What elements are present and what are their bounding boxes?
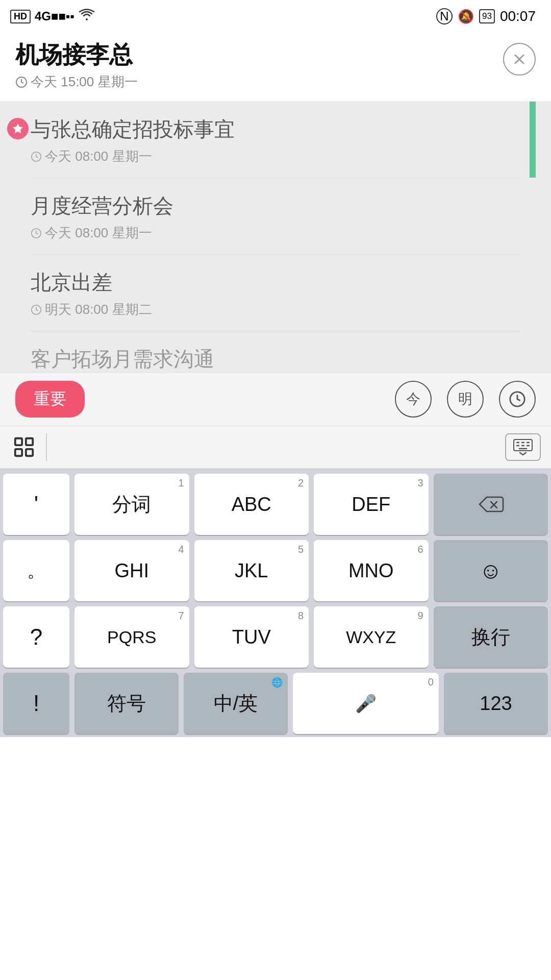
battery-icon: 93 xyxy=(479,9,495,23)
key-space[interactable]: 0 🎤 xyxy=(293,673,439,734)
keyboard: ' 1 分词 2 ABC 3 DEF 。 4 GHI xyxy=(0,469,551,737)
close-button[interactable] xyxy=(503,43,536,76)
task-item-title: 客户拓场月需求沟通 xyxy=(31,346,520,372)
globe-icon: 🌐 xyxy=(271,677,283,688)
key-3-def[interactable]: 3 DEF xyxy=(314,474,429,535)
task-item-title: 与张总确定招投标事宜 xyxy=(31,116,520,142)
today-button[interactable]: 今 xyxy=(395,381,432,418)
nfc-icon: N xyxy=(436,8,453,24)
hd-label: HD xyxy=(10,10,31,23)
key-7-pqrs[interactable]: 7 PQRS xyxy=(74,606,189,668)
task-item-title: 北京出差 xyxy=(31,269,520,296)
key-5-jkl[interactable]: 5 JKL xyxy=(194,540,309,601)
wifi-icon xyxy=(79,8,95,25)
key-period[interactable]: 。 xyxy=(3,540,69,601)
svg-rect-8 xyxy=(26,438,33,445)
lang-label: 中/英 xyxy=(214,694,258,713)
svg-rect-7 xyxy=(15,438,22,445)
input-bar xyxy=(0,426,551,469)
current-task-title: 机场接李总 xyxy=(15,41,138,69)
svg-rect-10 xyxy=(26,449,33,456)
num-label: 123 xyxy=(480,694,512,713)
keyboard-row-2: 。 4 GHI 5 JKL 6 MNO ☺ xyxy=(3,540,548,601)
emoji-icon: ☺ xyxy=(479,558,502,583)
tomorrow-button[interactable]: 明 xyxy=(447,381,484,418)
key-lang-btn[interactable]: 🌐 中/英 xyxy=(184,673,288,734)
status-left: HD 4G■■▪▪ xyxy=(10,8,95,25)
grid-icon[interactable] xyxy=(10,433,38,461)
mute-icon: 🔕 xyxy=(458,9,474,24)
return-label: 换行 xyxy=(471,627,510,647)
key-comma[interactable]: ' xyxy=(3,474,69,535)
bottom-action-bar: 重要 今 明 xyxy=(0,372,551,426)
symbol-label: 符号 xyxy=(107,694,146,713)
key-question[interactable]: ? xyxy=(3,606,69,668)
key-123[interactable]: 123 xyxy=(444,673,548,734)
keyboard-row-3: ? 7 PQRS 8 TUV 9 WXYZ 换行 xyxy=(3,606,548,668)
text-input[interactable] xyxy=(55,433,497,461)
key-return[interactable]: 换行 xyxy=(434,606,548,668)
key-label: ! xyxy=(33,691,39,716)
key-label: 。 xyxy=(27,558,45,583)
signal-strength: 4G■■▪▪ xyxy=(35,9,74,23)
star-badge xyxy=(7,118,29,139)
important-button[interactable]: 重要 xyxy=(15,381,85,418)
key-label: ' xyxy=(34,492,38,517)
key-2-abc[interactable]: 2 ABC xyxy=(194,474,309,535)
key-8-tuv[interactable]: 8 TUV xyxy=(194,606,309,668)
green-bar xyxy=(530,102,536,178)
current-task-time: 今天 15:00 星期一 xyxy=(15,73,138,91)
keyboard-row-4: ! 符号 🌐 中/英 0 🎤 123 xyxy=(3,673,548,734)
divider xyxy=(46,433,47,461)
task-list-container: 与张总确定招投标事宜 今天 08:00 星期一 月度经营分析会 今天 08:00… xyxy=(0,102,551,372)
svg-rect-9 xyxy=(15,449,22,456)
keyboard-hide-button[interactable] xyxy=(505,433,541,461)
key-symbol-btn[interactable]: 符号 xyxy=(74,673,179,734)
key-1-fenci[interactable]: 1 分词 xyxy=(74,474,189,535)
task-item-title: 月度经营分析会 xyxy=(31,192,520,219)
task-item-time: 今天 08:00 星期一 xyxy=(31,148,520,165)
key-6-mno[interactable]: 6 MNO xyxy=(314,540,429,601)
mic-icon: 🎤 xyxy=(355,693,377,714)
task-item-time: 明天 08:00 星期二 xyxy=(31,301,520,318)
current-task-header: 机场接李总 今天 15:00 星期一 xyxy=(0,31,551,102)
status-right: N 🔕 93 00:07 xyxy=(436,8,536,24)
task-item[interactable]: 客户拓场月需求沟通 xyxy=(31,331,520,372)
key-delete[interactable] xyxy=(434,474,548,535)
key-label: ? xyxy=(30,624,42,650)
clock-time: 00:07 xyxy=(500,8,536,24)
key-emoji[interactable]: ☺ xyxy=(434,540,548,601)
task-item[interactable]: 与张总确定招投标事宜 今天 08:00 星期一 xyxy=(31,102,520,178)
task-item[interactable]: 北京出差 明天 08:00 星期二 xyxy=(31,255,520,331)
task-item[interactable]: 月度经营分析会 今天 08:00 星期一 xyxy=(31,178,520,255)
clock-button[interactable] xyxy=(499,381,536,418)
task-item-time: 今天 08:00 星期一 xyxy=(31,224,520,242)
key-4-ghi[interactable]: 4 GHI xyxy=(74,540,189,601)
keyboard-row-1: ' 1 分词 2 ABC 3 DEF xyxy=(3,474,548,535)
key-exclaim[interactable]: ! xyxy=(3,673,69,734)
key-9-wxyz[interactable]: 9 WXYZ xyxy=(314,606,429,668)
status-bar: HD 4G■■▪▪ N 🔕 93 00:07 xyxy=(0,0,551,31)
current-task-info: 机场接李总 今天 15:00 星期一 xyxy=(15,41,138,91)
